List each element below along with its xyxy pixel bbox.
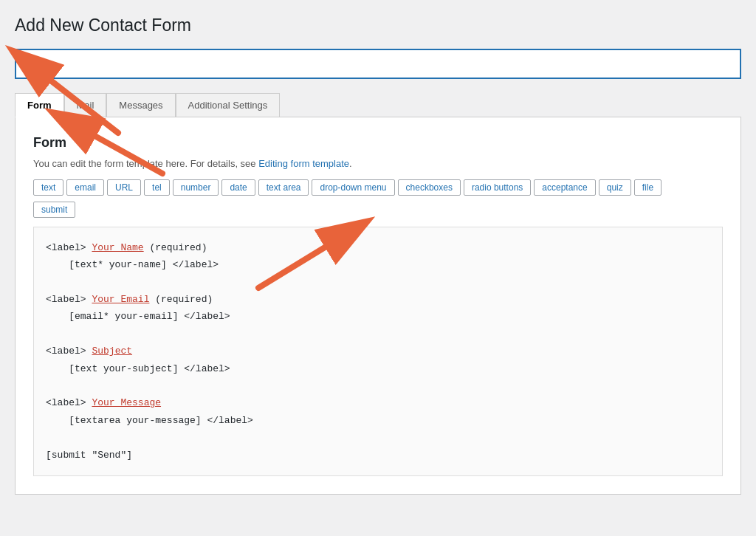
code-line-1: <label> Your Name (required) <box>46 239 710 256</box>
code-editor[interactable]: <label> Your Name (required) [text* your… <box>33 227 723 476</box>
tabs-container: Form Mail Messages Additional Settings <box>15 92 741 117</box>
tag-btn-text[interactable]: text <box>33 179 63 196</box>
page-title: Add New Contact Form <box>15 15 741 37</box>
page-wrapper: Add New Contact Form Form Mail Messages … <box>15 15 741 495</box>
code-line-8: [textarea your-message] </label> <box>46 412 710 429</box>
form-name-input[interactable] <box>15 49 741 79</box>
tab-form[interactable]: Form <box>15 93 64 117</box>
tag-btn-dropdown[interactable]: drop-down menu <box>312 179 394 196</box>
tag-btn-email[interactable]: email <box>66 179 104 196</box>
code-line-7: <label> Your Message <box>46 394 710 411</box>
submit-btn-row: submit <box>33 202 723 218</box>
panel-description: You can edit the form template here. For… <box>33 158 723 169</box>
tag-btn-radio[interactable]: radio buttons <box>464 179 531 196</box>
description-text: You can edit the form template here. For… <box>33 158 256 169</box>
code-line-5: <label> Subject <box>46 343 710 360</box>
tag-btn-date[interactable]: date <box>221 179 255 196</box>
code-line-blank-4 <box>46 429 710 446</box>
code-line-4: [email* your-email] </label> <box>46 308 710 325</box>
tag-btn-tel[interactable]: tel <box>144 179 170 196</box>
tag-btn-quiz[interactable]: quiz <box>599 179 631 196</box>
tab-mail[interactable]: Mail <box>64 93 107 117</box>
code-line-2: [text* your-name] </label> <box>46 256 710 273</box>
description-period: . <box>349 158 352 169</box>
tag-btn-number[interactable]: number <box>173 179 219 196</box>
code-line-9: [submit "Send"] <box>46 447 710 464</box>
panel-section-title: Form <box>33 135 723 151</box>
editing-form-template-link[interactable]: Editing form template <box>258 158 349 169</box>
code-line-6: [text your-subject] </label> <box>46 360 710 377</box>
tag-btn-checkboxes[interactable]: checkboxes <box>398 179 461 196</box>
tag-btn-file[interactable]: file <box>634 179 662 196</box>
code-line-blank-2 <box>46 326 710 343</box>
tag-btn-textarea[interactable]: text area <box>258 179 309 196</box>
code-line-blank-3 <box>46 377 710 394</box>
code-line-blank-1 <box>46 274 710 291</box>
tab-additional-settings[interactable]: Additional Settings <box>176 93 281 117</box>
tag-btn-url[interactable]: URL <box>107 179 141 196</box>
tag-btn-acceptance[interactable]: acceptance <box>534 179 595 196</box>
code-line-3: <label> Your Email (required) <box>46 291 710 308</box>
form-panel: Form You can edit the form template here… <box>15 117 741 495</box>
tab-messages[interactable]: Messages <box>106 93 175 117</box>
tag-buttons-row: text email URL tel number date text area… <box>33 179 723 196</box>
tag-btn-submit[interactable]: submit <box>33 202 75 218</box>
